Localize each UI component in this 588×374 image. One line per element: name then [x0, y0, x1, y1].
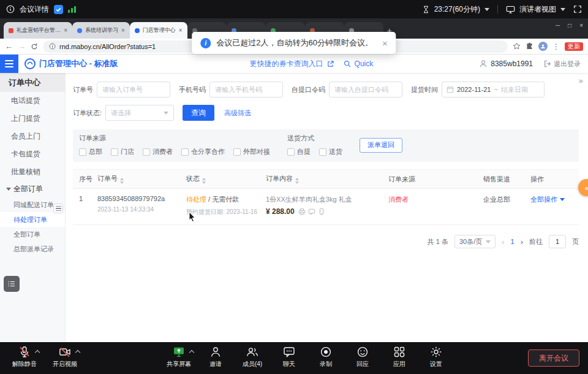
advanced-filter-link[interactable]: 高级筛选 [224, 109, 251, 118]
quick-link[interactable]: Quick [355, 59, 374, 68]
sort-icon[interactable] [120, 178, 124, 184]
mobile-icon[interactable] [318, 208, 325, 215]
view-dropdown-caret-icon[interactable] [560, 8, 565, 11]
sort-icon[interactable] [202, 178, 206, 184]
bookmark-star-icon[interactable] [513, 42, 521, 50]
update-badge[interactable]: 更新 [565, 42, 583, 51]
meeting-timer[interactable]: 23:27(60分钟) [434, 4, 480, 15]
meeting-detail-label[interactable]: 会议详情 [20, 4, 49, 15]
sidebar-group-all-orders[interactable]: 全部订单 [0, 181, 65, 197]
browser-tab[interactable]: 系统培训学习 × [72, 22, 130, 39]
fullscreen-icon[interactable] [573, 5, 582, 13]
code-input[interactable] [329, 82, 402, 97]
record-button[interactable]: 录制 [310, 346, 342, 368]
timer-dropdown-caret-icon[interactable] [484, 8, 489, 11]
sort-icon[interactable] [295, 178, 299, 184]
collapse-panel-icon[interactable]: » [579, 77, 583, 85]
tab-close-icon[interactable]: × [121, 27, 125, 34]
checkbox-option-delivery[interactable]: 送货 [319, 147, 342, 156]
leave-meeting-button[interactable]: 离开会议 [528, 349, 579, 367]
checkbox[interactable] [143, 148, 150, 156]
browser-profile-avatar[interactable] [538, 42, 548, 51]
browser-tab-active[interactable]: 门店管理中心 × [130, 22, 187, 39]
toast-close-icon[interactable]: × [382, 38, 388, 48]
tab-close-icon[interactable]: × [179, 27, 183, 34]
reactions-button[interactable]: 回应 [347, 346, 379, 368]
checkbox[interactable] [319, 148, 326, 156]
video-options-chevron-icon[interactable] [75, 350, 80, 355]
all-actions-dropdown[interactable]: 全部操作 [530, 195, 576, 204]
external-link-icon[interactable] [327, 61, 334, 67]
info-circle-icon[interactable] [6, 5, 15, 13]
prev-page-icon[interactable]: ‹ [502, 237, 504, 246]
members-button[interactable]: 成员(4) [236, 346, 268, 368]
checkbox-option-hq[interactable]: 总部 [79, 147, 102, 156]
security-shield-icon[interactable] [54, 5, 63, 14]
tab-close-icon[interactable]: × [64, 27, 67, 34]
checkbox[interactable] [287, 148, 295, 156]
checkbox-option-store[interactable]: 门店 [111, 147, 134, 156]
chat-button[interactable]: 聊天 [273, 346, 305, 368]
sidebar-item-pending-orders[interactable]: 待处理订单 [0, 212, 65, 227]
forward-icon[interactable]: → [18, 42, 26, 50]
minimize-icon[interactable]: ─ [556, 22, 560, 29]
table-row[interactable]: 1 83859345088979792a 2023-11-13 14:33:34… [73, 189, 579, 225]
phone-input[interactable] [209, 82, 283, 97]
start-video-button[interactable]: 开启视频 [49, 346, 81, 368]
apps-button[interactable]: 应用 [383, 346, 415, 368]
site-info-icon[interactable] [49, 43, 56, 50]
sidebar-item-batch-verify[interactable]: 批量核销 [0, 163, 65, 181]
sidebar-item-card-pickup[interactable]: 卡包提货 [0, 145, 65, 163]
user-account[interactable]: 8385wb1991 [479, 59, 533, 68]
status-select[interactable]: 请选择 [105, 105, 174, 121]
order-no-input[interactable] [97, 82, 170, 97]
checkbox-option-selfpickup[interactable]: 自提 [287, 147, 311, 156]
checkbox-option-external[interactable]: 外部对接 [233, 147, 270, 156]
browser-tab[interactable]: 礼盒营销平台管理中心 × [4, 22, 72, 39]
coupon-entry-link[interactable]: 更快捷的券卡查询入口 [250, 59, 323, 69]
date-range-picker[interactable]: 2022-11-21 ~ 结束日期 [442, 82, 545, 97]
sidebar-item-door-pickup[interactable]: 上门提货 [0, 110, 65, 128]
floating-list-button[interactable] [4, 276, 20, 292]
camera-off-icon [59, 346, 71, 358]
search-button[interactable]: 查询 [183, 105, 214, 121]
extensions-puzzle-icon[interactable] [526, 42, 533, 50]
dispatch-return-button[interactable]: 派单退回 [360, 138, 402, 153]
close-window-icon[interactable]: × [579, 22, 583, 29]
browser-menu-icon[interactable]: ⋮ [552, 42, 560, 51]
share-screen-button[interactable]: 共享屏幕 [163, 346, 195, 368]
checkbox-option-warehouse[interactable]: 仓分享合作 [181, 147, 225, 156]
message-icon[interactable] [308, 208, 315, 215]
user-avatar-icon [479, 59, 488, 68]
next-page-icon[interactable]: › [521, 237, 523, 246]
print-icon[interactable] [298, 208, 306, 215]
network-signal-icon[interactable] [68, 6, 76, 13]
settings-button[interactable]: 设置 [420, 346, 452, 368]
checkbox[interactable] [181, 148, 189, 156]
sidebar-item-member-visit[interactable]: 会员上门 [0, 128, 65, 145]
search-icon[interactable] [344, 60, 351, 67]
mic-options-chevron-icon[interactable] [35, 350, 40, 355]
sidebar-item-all-orders[interactable]: 全部订单 [0, 227, 65, 242]
logout-button[interactable]: 退出登录 [544, 59, 581, 69]
back-icon[interactable]: ← [5, 42, 13, 50]
checkbox[interactable] [79, 148, 86, 156]
order-id[interactable]: 83859345088979792a [97, 195, 186, 202]
sidebar-item-hq-dispatch-log[interactable]: 总部派单记录 [0, 242, 65, 256]
sidebar-item-phone-pickup[interactable]: 电话提货 [0, 92, 65, 110]
refresh-icon[interactable] [31, 43, 38, 50]
invite-button[interactable]: 邀请 [200, 346, 232, 368]
maximize-icon[interactable]: □ [568, 22, 571, 29]
checkbox[interactable] [111, 148, 118, 156]
goto-page-input[interactable] [549, 235, 566, 248]
menu-hamburger-button[interactable] [0, 55, 18, 73]
page-size-select[interactable]: 30条/页 [454, 235, 496, 248]
sidebar-drag-handle-icon[interactable] [53, 204, 63, 213]
checkbox[interactable] [233, 148, 241, 156]
view-mode-label[interactable]: 演讲者视图 [519, 4, 556, 15]
share-options-chevron-icon[interactable] [189, 350, 194, 355]
current-page[interactable]: 1 [511, 238, 514, 245]
meeting-toast: i 会议已超过2人，自动转为60分钟限时会议。 × [192, 32, 396, 54]
unmute-button[interactable]: 解除静音 [9, 346, 40, 368]
checkbox-option-consumer[interactable]: 消费者 [143, 147, 173, 156]
